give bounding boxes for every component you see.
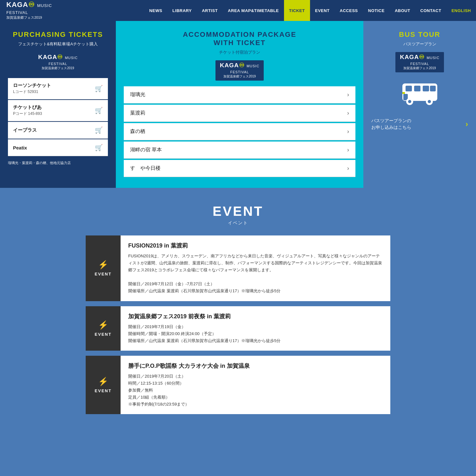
event-card-title-3: 勝手にP.O.P歌謡祭 大カラオケ大会 in 加賀温泉 bbox=[128, 362, 383, 370]
piatix-cart-icon: 🛒 bbox=[95, 107, 103, 114]
nav-artist[interactable]: ARTIST bbox=[197, 0, 223, 21]
peatix-name: Peatix bbox=[13, 145, 27, 150]
hotel-lakeside-arrow: › bbox=[347, 147, 349, 153]
site-logo: KAGA♾ MUSICFESTIVAL 加賀温泉郷フェス2019 bbox=[3, 0, 55, 22]
event-card-body-1: FUSION2019は、アメリカ、スウェーデン、南アフリカなどから来日した音楽、… bbox=[128, 253, 383, 295]
event-card-fusion: ⚡ EVENT FUSION2019 in 葉渡莉 FUSION2019は、アメ… bbox=[86, 235, 390, 301]
hotel-forest-name: 森の栖 bbox=[130, 128, 145, 135]
event-label-3: EVENT bbox=[95, 388, 111, 393]
accom-logo-jp: 加賀温泉郷フェス2019 bbox=[220, 74, 260, 79]
hotel-forest[interactable]: 森の栖 › bbox=[124, 123, 355, 140]
svg-rect-2 bbox=[414, 86, 420, 91]
svg-point-9 bbox=[428, 100, 431, 103]
bus-logo: KAGA♾ MUSICFESTIVAL 加賀温泉郷フェス2019 bbox=[371, 52, 468, 72]
event-cards: ⚡ EVENT FUSION2019 in 葉渡莉 FUSION2019は、アメ… bbox=[86, 235, 390, 414]
event-section: EVENT イベント ⚡ EVENT FUSION2019 in 葉渡莉 FUS… bbox=[0, 188, 476, 427]
hotel-lakeside-name: 湖畔の宿 草本 bbox=[130, 147, 162, 153]
bus-column: BUS TOUR バスツアープラン KAGA♾ MUSICFESTIVAL 加賀… bbox=[363, 21, 476, 188]
event-card-content-1: FUSION2019 in 葉渡莉 FUSION2019は、アメリカ、スウェーデ… bbox=[121, 235, 390, 301]
bus-link[interactable]: バスツアープランの お申し込みはこちら › bbox=[371, 115, 468, 133]
hotel-forest-arrow: › bbox=[347, 128, 349, 135]
lawson-cart-icon: 🛒 bbox=[95, 85, 103, 92]
ticket-piatix[interactable]: チケットぴあ Pコード 145-893 🛒 bbox=[8, 100, 108, 121]
accommodation-column: ACCOMMODATION PACKAGE WITH TICKET チケット付宿… bbox=[116, 21, 363, 188]
event-card-body-3: 開催日／2019年7月20日（土） 時間／12:15-13:15（60分間） 参… bbox=[128, 373, 383, 408]
hotel-suzuya[interactable]: すゞや今日楼 › bbox=[124, 160, 355, 177]
svg-rect-1 bbox=[406, 86, 412, 91]
hotel-ruriko-name: 瑠璃光 bbox=[130, 91, 145, 98]
bus-logo-text: KAGA♾ MUSICFESTIVAL bbox=[400, 54, 440, 66]
eplus-cart-icon: 🛒 bbox=[95, 126, 103, 134]
event-card-icon-1: ⚡ EVENT bbox=[86, 235, 121, 301]
navigation: KAGA♾ MUSICFESTIVAL 加賀温泉郷フェス2019 NEWS LI… bbox=[0, 0, 476, 21]
svg-rect-3 bbox=[423, 86, 429, 91]
logo-accent: ♾ bbox=[28, 1, 35, 9]
nav-area-map[interactable]: AREA MAP&TIMETABLE bbox=[223, 0, 284, 21]
event-card-body-2: 開催日／2019年7月19日（金） 開催時間／開場・開演20:00 終演24:0… bbox=[128, 323, 383, 344]
purchase-logo-jp: 加賀温泉郷フェス2019 bbox=[38, 66, 78, 70]
nav-english[interactable]: ENGLISH bbox=[446, 0, 476, 21]
event-icon-symbol-2: ⚡ bbox=[98, 320, 108, 330]
bus-link-text: バスツアープランの お申し込みはこちら bbox=[371, 117, 411, 131]
ticket-section: PURCHASING TICKETS フェスチケット&有料駐車場Aチケット購入 … bbox=[0, 21, 476, 188]
purchase-logo-text: KAGA♾ MUSICFESTIVAL bbox=[38, 54, 78, 66]
purchase-logo: KAGA♾ MUSICFESTIVAL 加賀温泉郷フェス2019 bbox=[8, 52, 108, 72]
ticket-eplus[interactable]: イープラス 🛒 bbox=[8, 122, 108, 139]
svg-point-8 bbox=[408, 100, 411, 103]
nav-links: NEWS LIBRARY ARTIST AREA MAP&TIMETABLE T… bbox=[144, 0, 476, 21]
nav-access[interactable]: ACCESS bbox=[335, 0, 363, 21]
event-card-content-3: 勝手にP.O.P歌謡祭 大カラオケ大会 in 加賀温泉 開催日／2019年7月2… bbox=[121, 356, 390, 414]
event-card-icon-3: ⚡ EVENT bbox=[86, 356, 121, 414]
event-title: EVENT bbox=[6, 204, 470, 219]
piatix-code: Pコード 145-893 bbox=[13, 111, 42, 116]
logo-text: KAGA♾ MUSICFESTIVAL bbox=[6, 1, 52, 15]
event-label-2: EVENT bbox=[95, 332, 111, 337]
nav-contact[interactable]: CONTACT bbox=[415, 0, 446, 21]
purchase-subtitle: フェスチケット&有料駐車場Aチケット購入 bbox=[8, 41, 108, 47]
piatix-name: チケットぴあ bbox=[13, 104, 42, 110]
hotel-list: 瑠璃光 › 葉渡莉 › 森の栖 › 湖畔の宿 草本 › すゞや今日楼 › bbox=[124, 86, 355, 177]
bus-logo-jp: 加賀温泉郷フェス2019 bbox=[400, 66, 440, 70]
event-card-icon-2: ⚡ EVENT bbox=[86, 306, 121, 351]
accom-logo-text: KAGA♾ MUSICFESTIVAL bbox=[220, 62, 260, 74]
event-icon-symbol-1: ⚡ bbox=[98, 260, 108, 270]
nav-notice[interactable]: NOTICE bbox=[363, 0, 390, 21]
purchase-logo-accent: ♾ bbox=[57, 54, 63, 60]
event-label-1: EVENT bbox=[95, 272, 111, 276]
event-subtitle: イベント bbox=[6, 220, 470, 226]
ticket-peatix[interactable]: Peatix 🛒 bbox=[8, 139, 108, 156]
svg-rect-10 bbox=[402, 92, 405, 94]
nav-library[interactable]: LIBRARY bbox=[167, 0, 197, 21]
nav-ticket[interactable]: TICKET bbox=[284, 0, 310, 21]
hotel-suzuya-name: すゞや今日楼 bbox=[130, 165, 161, 172]
nav-event[interactable]: EVENT bbox=[310, 0, 335, 21]
accom-title: ACCOMMODATION PACKAGE WITH TICKET bbox=[124, 30, 355, 47]
lawson-code: Lコード 52931 bbox=[13, 89, 51, 95]
lawson-name: ローソンチケット bbox=[13, 83, 51, 89]
event-card-title-2: 加賀温泉郷フェス2019 前夜祭 in 葉渡莉 bbox=[128, 313, 383, 320]
hotel-hawthorn[interactable]: 葉渡莉 › bbox=[124, 105, 355, 122]
bus-icon bbox=[371, 79, 468, 109]
eplus-name: イープラス bbox=[13, 127, 37, 133]
event-card-karaoke: ⚡ EVENT 勝手にP.O.P歌謡祭 大カラオケ大会 in 加賀温泉 開催日／… bbox=[86, 356, 390, 414]
purchase-title: PURCHASING TICKETS bbox=[8, 30, 108, 39]
bus-subtitle: バスツアープラン bbox=[371, 41, 468, 47]
bus-logo-sub: MUSICFESTIVAL bbox=[410, 56, 440, 66]
svg-rect-4 bbox=[430, 86, 436, 91]
hotel-ruriko-arrow: › bbox=[347, 91, 349, 98]
nav-about[interactable]: ABOUT bbox=[390, 0, 415, 21]
accom-logo: KAGA♾ MUSICFESTIVAL 加賀温泉郷フェス2019 bbox=[124, 60, 355, 81]
ticket-lawson[interactable]: ローソンチケット Lコード 52931 🛒 bbox=[8, 78, 108, 99]
purchase-column: PURCHASING TICKETS フェスチケット&有料駐車場Aチケット購入 … bbox=[0, 21, 116, 188]
bus-arrow-icon: › bbox=[466, 120, 468, 129]
logo-jp: 加賀温泉郷フェス2019 bbox=[6, 15, 52, 20]
hotel-hawthorn-name: 葉渡莉 bbox=[130, 110, 145, 116]
event-icon-symbol-3: ⚡ bbox=[98, 377, 108, 387]
hotel-suzuya-arrow: › bbox=[347, 165, 349, 172]
hotel-lakeside[interactable]: 湖畔の宿 草本 › bbox=[124, 142, 355, 159]
accom-subtitle: チケット付宿泊プラン bbox=[124, 50, 355, 55]
hotel-ruriko[interactable]: 瑠璃光 › bbox=[124, 86, 355, 103]
purchase-footnote: 瑠璃光・葉渡莉・森の栖、他地元協力店 bbox=[8, 161, 108, 165]
nav-news[interactable]: NEWS bbox=[144, 0, 167, 21]
accom-logo-sub: MUSICFESTIVAL bbox=[230, 64, 259, 74]
